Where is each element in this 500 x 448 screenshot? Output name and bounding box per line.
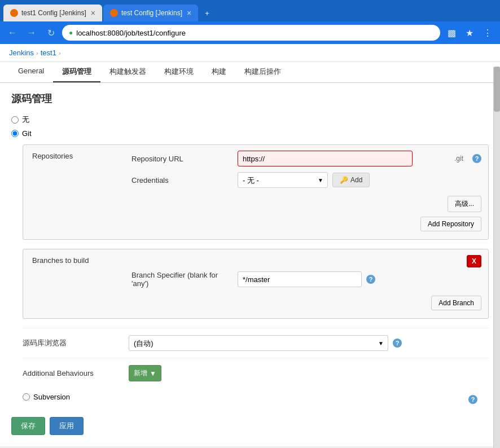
subversion-label[interactable]: Subversion xyxy=(23,393,70,401)
branches-content: X Branch Specifier (blank for 'any') ? A… xyxy=(125,249,488,318)
branches-label: Branches to build xyxy=(23,249,125,318)
url-bar[interactable]: ● localhost:8080/job/test1/configure xyxy=(62,25,440,41)
tab-navigation: General 源码管理 构建触发器 构建环境 构建 构建后操作 xyxy=(0,62,500,83)
reload-button[interactable]: ↻ xyxy=(43,25,59,41)
back-button[interactable]: ← xyxy=(5,25,20,41)
tab-2-close[interactable]: × xyxy=(187,8,191,17)
tab-2-label: test Config [Jenkins] xyxy=(121,9,182,17)
tab-2[interactable]: test Config [Jenkins] × xyxy=(103,5,198,21)
tab-build-triggers[interactable]: 构建触发器 xyxy=(100,62,155,82)
source-browser-select[interactable]: (自动) xyxy=(129,335,388,351)
repo-url-label: Repository URL xyxy=(131,155,233,163)
url-text: localhost:8080/job/test1/configure xyxy=(76,29,186,37)
repositories-section: Repositories Repository URL .git ? xyxy=(23,144,489,240)
repo-url-input[interactable] xyxy=(238,151,413,166)
radio-git[interactable] xyxy=(11,130,19,137)
tab-build-env[interactable]: 构建环境 xyxy=(155,62,203,82)
breadcrumb-sep-2: › xyxy=(59,50,61,56)
menu-icon[interactable]: ⋮ xyxy=(480,25,495,41)
breadcrumb-sep-1: › xyxy=(36,50,38,56)
add-repo-action: Add Repository xyxy=(131,214,481,234)
dropdown-arrow-icon: ▼ xyxy=(150,370,156,377)
browser-chrome: test1 Config [Jenkins] × test Config [Je… xyxy=(0,0,500,44)
radio-subversion[interactable] xyxy=(23,393,30,401)
branch-specifier-row: Branch Specifier (blank for 'any') ? xyxy=(131,271,481,288)
credentials-select-wrapper: - 无 - ▼ xyxy=(238,172,328,188)
branches-header: X xyxy=(131,255,481,267)
repo-url-row: Repository URL .git ? xyxy=(131,151,481,166)
credentials-controls: - 无 - ▼ 🔑 Add xyxy=(238,172,370,188)
scrollbar-track[interactable] xyxy=(493,67,500,448)
credentials-row: Credentials - 无 - ▼ 🔑 Add xyxy=(131,172,481,188)
tab-1[interactable]: test1 Config [Jenkins] × xyxy=(3,5,102,21)
credentials-select[interactable]: - 无 - xyxy=(238,172,328,188)
bottom-actions: 保存 应用 xyxy=(11,410,489,442)
tab-source-control[interactable]: 源码管理 xyxy=(53,62,100,82)
additional-behaviours-label: Additional Behaviours xyxy=(23,369,124,377)
new-button[interactable]: 新增 ▼ xyxy=(129,365,161,381)
source-browser-label: 源码库浏览器 xyxy=(23,338,124,348)
scrollbar-thumb[interactable] xyxy=(494,67,500,112)
key-icon: 🔑 xyxy=(340,176,348,184)
radio-none-text: 无 xyxy=(22,115,29,125)
subversion-text: Subversion xyxy=(33,393,70,401)
repositories-content: Repository URL .git ? Credentials xyxy=(125,145,488,239)
branch-help[interactable]: ? xyxy=(366,275,375,284)
radio-none-label[interactable]: 无 xyxy=(11,115,489,125)
radio-group: 无 Git xyxy=(11,115,489,138)
tab-build[interactable]: 构建 xyxy=(203,62,235,82)
tab-1-icon xyxy=(10,9,18,17)
tab-post-build[interactable]: 构建后操作 xyxy=(235,62,290,82)
cast-icon[interactable]: ▩ xyxy=(444,25,459,41)
repositories-inner: Repositories Repository URL .git ? xyxy=(23,145,488,239)
source-browser-select-wrapper: (自动) ▼ xyxy=(129,335,388,351)
breadcrumb: Jenkins › test1 › xyxy=(0,44,500,62)
radio-none[interactable] xyxy=(11,116,19,124)
secure-icon: ● xyxy=(69,29,73,37)
radio-git-label[interactable]: Git xyxy=(11,129,489,138)
bookmark-icon[interactable]: ★ xyxy=(462,25,477,41)
add-repository-button[interactable]: Add Repository xyxy=(420,217,481,231)
tab-1-label: test1 Config [Jenkins] xyxy=(21,9,86,17)
branches-section: Branches to build X Branch Specifier (bl… xyxy=(23,249,489,319)
apply-button[interactable]: 应用 xyxy=(50,417,84,435)
url-suffix: .git xyxy=(454,155,463,162)
forward-button[interactable]: → xyxy=(24,25,40,41)
page-title: 源码管理 xyxy=(11,92,489,106)
jenkins-home-link[interactable]: Jenkins xyxy=(9,49,34,57)
branches-inner: Branches to build X Branch Specifier (bl… xyxy=(23,249,488,318)
repositories-label: Repositories xyxy=(23,145,125,239)
tab-bar: test1 Config [Jenkins] × test Config [Je… xyxy=(0,0,500,21)
source-browser-help[interactable]: ? xyxy=(393,339,402,348)
git-config: Repositories Repository URL .git ? xyxy=(23,144,489,410)
credentials-add-button[interactable]: 🔑 Add xyxy=(332,173,370,187)
subversion-help[interactable]: ? xyxy=(468,395,477,404)
repo-url-help[interactable]: ? xyxy=(472,154,481,163)
save-button[interactable]: 保存 xyxy=(11,417,45,435)
source-browser-row: 源码库浏览器 (自动) ▼ ? xyxy=(23,328,489,358)
repo-actions: 高级... xyxy=(131,194,481,214)
tab-general[interactable]: General xyxy=(9,62,53,82)
add-branch-action: Add Branch xyxy=(131,293,481,313)
branch-specifier-input[interactable] xyxy=(238,271,362,287)
subversion-row: Subversion ? xyxy=(23,388,489,410)
toolbar-icons: ▩ ★ ⋮ xyxy=(444,25,495,41)
address-bar: ← → ↻ ● localhost:8080/job/test1/configu… xyxy=(0,21,500,44)
repo-url-wrapper: .git xyxy=(238,151,468,166)
add-branch-button[interactable]: Add Branch xyxy=(431,296,481,310)
test1-link[interactable]: test1 xyxy=(41,49,56,57)
branch-specifier-label: Branch Specifier (blank for 'any') xyxy=(131,271,233,288)
credentials-label: Credentials xyxy=(131,176,233,185)
tab-2-icon xyxy=(110,9,118,17)
radio-git-text: Git xyxy=(22,129,32,138)
remove-branch-button[interactable]: X xyxy=(467,255,481,267)
tab-1-close[interactable]: × xyxy=(91,8,95,17)
additional-behaviours-row: Additional Behaviours 新增 ▼ xyxy=(23,358,489,388)
advanced-button[interactable]: 高级... xyxy=(448,196,481,212)
new-tab-button[interactable]: + xyxy=(199,5,215,21)
main-content: 源码管理 无 Git Repositories Repository URL xyxy=(0,83,500,446)
